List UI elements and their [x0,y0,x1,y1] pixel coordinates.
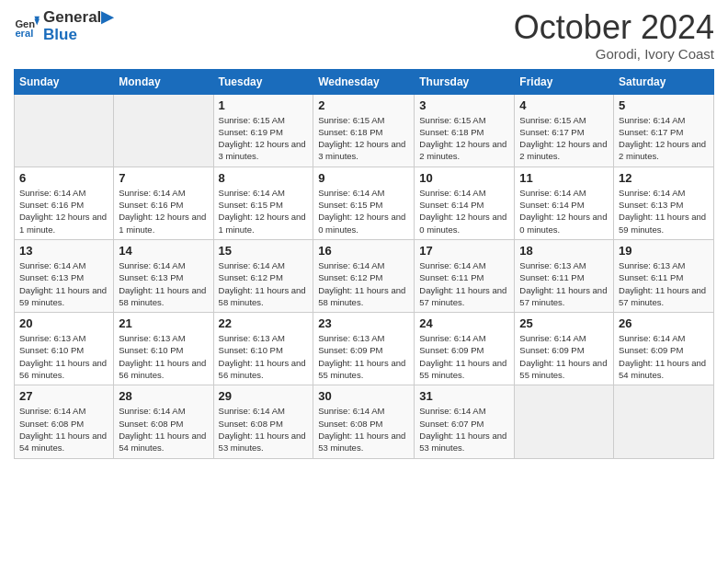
calendar-header-row: SundayMondayTuesdayWednesdayThursdayFrid… [15,69,714,94]
calendar-week-row: 6Sunrise: 6:14 AMSunset: 6:16 PMDaylight… [15,167,714,239]
logo-line2: Blue [43,27,113,44]
calendar-cell: 5Sunrise: 6:14 AMSunset: 6:17 PMDaylight… [614,94,714,167]
day-number: 9 [318,171,409,185]
day-info: Sunrise: 6:15 AMSunset: 6:17 PMDaylight:… [519,114,609,163]
calendar-cell: 12Sunrise: 6:14 AMSunset: 6:13 PMDayligh… [614,167,714,239]
logo: Gen eral General▶ Blue [14,9,113,43]
calendar-cell: 20Sunrise: 6:13 AMSunset: 6:10 PMDayligh… [15,313,114,385]
day-number: 18 [519,244,609,258]
svg-text:eral: eral [15,28,33,39]
day-number: 21 [119,316,208,330]
calendar-cell [515,385,614,458]
calendar-cell: 17Sunrise: 6:14 AMSunset: 6:11 PMDayligh… [415,239,515,312]
calendar-header-monday: Monday [114,69,213,94]
day-number: 17 [419,244,509,258]
day-info: Sunrise: 6:13 AMSunset: 6:10 PMDaylight:… [219,332,309,381]
day-info: Sunrise: 6:14 AMSunset: 6:12 PMDaylight:… [318,259,409,308]
day-number: 20 [19,316,108,330]
day-info: Sunrise: 6:14 AMSunset: 6:09 PMDaylight:… [519,332,609,381]
calendar-cell: 11Sunrise: 6:14 AMSunset: 6:14 PMDayligh… [515,167,614,239]
day-number: 10 [419,171,509,185]
day-number: 30 [318,389,409,403]
day-number: 6 [19,171,108,185]
calendar-cell: 28Sunrise: 6:14 AMSunset: 6:08 PMDayligh… [114,385,213,458]
calendar-cell: 22Sunrise: 6:13 AMSunset: 6:10 PMDayligh… [213,313,313,385]
calendar-header-sunday: Sunday [15,69,114,94]
calendar-cell: 29Sunrise: 6:14 AMSunset: 6:08 PMDayligh… [213,385,313,458]
day-info: Sunrise: 6:13 AMSunset: 6:11 PMDaylight:… [519,259,609,308]
calendar-cell: 31Sunrise: 6:14 AMSunset: 6:07 PMDayligh… [415,385,515,458]
day-number: 12 [619,171,709,185]
calendar-table: SundayMondayTuesdayWednesdayThursdayFrid… [14,69,714,459]
day-number: 29 [219,389,309,403]
calendar-week-row: 1Sunrise: 6:15 AMSunset: 6:19 PMDaylight… [15,94,714,167]
calendar-cell: 2Sunrise: 6:15 AMSunset: 6:18 PMDaylight… [313,94,415,167]
day-info: Sunrise: 6:14 AMSunset: 6:15 PMDaylight:… [318,187,409,236]
day-number: 27 [19,389,108,403]
calendar-cell: 16Sunrise: 6:14 AMSunset: 6:12 PMDayligh… [313,239,415,312]
day-info: Sunrise: 6:14 AMSunset: 6:09 PMDaylight:… [619,332,709,381]
day-info: Sunrise: 6:13 AMSunset: 6:11 PMDaylight:… [619,259,709,308]
day-number: 16 [318,244,409,258]
month-title: October 2024 [514,9,714,46]
day-number: 13 [19,244,108,258]
day-info: Sunrise: 6:14 AMSunset: 6:16 PMDaylight:… [19,187,108,236]
calendar-cell: 7Sunrise: 6:14 AMSunset: 6:16 PMDaylight… [114,167,213,239]
day-info: Sunrise: 6:14 AMSunset: 6:08 PMDaylight:… [19,405,108,454]
calendar-cell: 14Sunrise: 6:14 AMSunset: 6:13 PMDayligh… [114,239,213,312]
day-info: Sunrise: 6:13 AMSunset: 6:10 PMDaylight:… [19,332,108,381]
calendar-cell: 6Sunrise: 6:14 AMSunset: 6:16 PMDaylight… [15,167,114,239]
day-number: 4 [519,98,609,112]
day-number: 26 [619,316,709,330]
day-number: 19 [619,244,709,258]
calendar-cell: 26Sunrise: 6:14 AMSunset: 6:09 PMDayligh… [614,313,714,385]
calendar-week-row: 27Sunrise: 6:14 AMSunset: 6:08 PMDayligh… [15,385,714,458]
calendar-cell: 9Sunrise: 6:14 AMSunset: 6:15 PMDaylight… [313,167,415,239]
title-block: October 2024 Gorodi, Ivory Coast [514,9,714,62]
day-info: Sunrise: 6:15 AMSunset: 6:18 PMDaylight:… [318,114,409,163]
calendar-cell: 30Sunrise: 6:14 AMSunset: 6:08 PMDayligh… [313,385,415,458]
day-info: Sunrise: 6:13 AMSunset: 6:10 PMDaylight:… [119,332,208,381]
logo-icon: Gen eral [14,14,40,40]
calendar-cell: 27Sunrise: 6:14 AMSunset: 6:08 PMDayligh… [15,385,114,458]
day-info: Sunrise: 6:14 AMSunset: 6:13 PMDaylight:… [19,259,108,308]
day-info: Sunrise: 6:14 AMSunset: 6:08 PMDaylight:… [219,405,309,454]
calendar-header-tuesday: Tuesday [213,69,313,94]
calendar-cell: 19Sunrise: 6:13 AMSunset: 6:11 PMDayligh… [614,239,714,312]
day-number: 31 [419,389,509,403]
calendar-cell [15,94,114,167]
day-number: 2 [318,98,409,112]
calendar-cell: 15Sunrise: 6:14 AMSunset: 6:12 PMDayligh… [213,239,313,312]
calendar-cell: 8Sunrise: 6:14 AMSunset: 6:15 PMDaylight… [213,167,313,239]
calendar-header-thursday: Thursday [415,69,515,94]
calendar-cell [614,385,714,458]
calendar-cell: 23Sunrise: 6:13 AMSunset: 6:09 PMDayligh… [313,313,415,385]
day-info: Sunrise: 6:15 AMSunset: 6:18 PMDaylight:… [419,114,509,163]
day-info: Sunrise: 6:14 AMSunset: 6:15 PMDaylight:… [219,187,309,236]
day-info: Sunrise: 6:14 AMSunset: 6:14 PMDaylight:… [419,187,509,236]
calendar-cell: 18Sunrise: 6:13 AMSunset: 6:11 PMDayligh… [515,239,614,312]
calendar-cell: 1Sunrise: 6:15 AMSunset: 6:19 PMDaylight… [213,94,313,167]
day-info: Sunrise: 6:14 AMSunset: 6:12 PMDaylight:… [219,259,309,308]
day-info: Sunrise: 6:14 AMSunset: 6:08 PMDaylight:… [318,405,409,454]
location-subtitle: Gorodi, Ivory Coast [514,46,714,62]
day-info: Sunrise: 6:14 AMSunset: 6:13 PMDaylight:… [619,187,709,236]
day-info: Sunrise: 6:14 AMSunset: 6:08 PMDaylight:… [119,405,208,454]
calendar-cell: 24Sunrise: 6:14 AMSunset: 6:09 PMDayligh… [415,313,515,385]
day-number: 7 [119,171,208,185]
calendar-week-row: 20Sunrise: 6:13 AMSunset: 6:10 PMDayligh… [15,313,714,385]
day-info: Sunrise: 6:15 AMSunset: 6:19 PMDaylight:… [219,114,309,163]
day-info: Sunrise: 6:13 AMSunset: 6:09 PMDaylight:… [318,332,409,381]
day-number: 15 [219,244,309,258]
day-number: 28 [119,389,208,403]
day-info: Sunrise: 6:14 AMSunset: 6:16 PMDaylight:… [119,187,208,236]
day-number: 3 [419,98,509,112]
day-number: 25 [519,316,609,330]
calendar-cell: 4Sunrise: 6:15 AMSunset: 6:17 PMDaylight… [515,94,614,167]
page: Gen eral General▶ Blue October 2024 Goro… [0,0,728,563]
day-number: 24 [419,316,509,330]
calendar-cell: 10Sunrise: 6:14 AMSunset: 6:14 PMDayligh… [415,167,515,239]
calendar-cell: 21Sunrise: 6:13 AMSunset: 6:10 PMDayligh… [114,313,213,385]
calendar-cell: 25Sunrise: 6:14 AMSunset: 6:09 PMDayligh… [515,313,614,385]
day-info: Sunrise: 6:14 AMSunset: 6:11 PMDaylight:… [419,259,509,308]
